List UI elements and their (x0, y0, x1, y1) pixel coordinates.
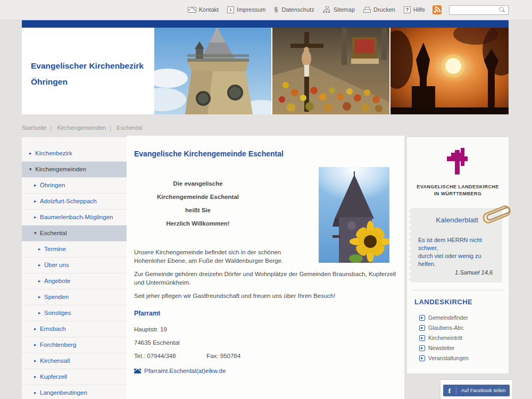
paragraph: Zur Gemeinde gehören dreizehn Dörfer und… (134, 270, 397, 287)
printer-icon (363, 7, 371, 13)
logo-line-2: IN WÜRTTEMBERG (411, 190, 504, 197)
landeskirche-link[interactable]: Kircheneintritt (419, 335, 509, 341)
landeskirche-cross-icon (446, 148, 470, 177)
welcome-line: heißt Sie (134, 204, 262, 217)
tel-fax-line: Tel.: 07944/348 Fax: 950784 (134, 352, 397, 360)
pfarramt-block: Pfarramt Hauptstr. 19 74635 Eschental Te… (134, 310, 397, 374)
chevron-icon (34, 389, 40, 397)
kalenderblatt-quote: Es ist dem HERRN nicht schwer, durch vie… (418, 236, 496, 268)
site-header: Evangelischer Kirchenbezirk Öhringen (22, 28, 509, 114)
chevron-icon (34, 213, 40, 221)
sidebar-item[interactable]: Termine (22, 241, 127, 257)
rss-icon[interactable] (433, 5, 442, 14)
chevron-icon (34, 357, 40, 365)
utility-link[interactable]: Kontakt (188, 6, 219, 13)
welcome-block: Die evangelischeKirchengemeinde Eschenta… (134, 177, 262, 230)
city-line: 74635 Eschental (134, 339, 397, 346)
landeskirche-heading: LANDESKIRCHE (414, 298, 509, 306)
sidebar-item[interactable]: Kirchenbezirk (22, 146, 127, 161)
landeskirche-link[interactable]: Glaubens-Abc (419, 325, 509, 331)
sitemap-icon (323, 6, 331, 13)
play-icon (419, 335, 425, 341)
landeskirche-logo-text: EVANGELISCHE LANDESKIRCHE IN WÜRTTEMBERG (411, 184, 504, 197)
sidebar-item[interactable]: Über uns (22, 257, 127, 273)
facebook-share-label: Auf Facebook teilen (456, 388, 505, 393)
sidebar-item[interactable]: Öhringen (22, 177, 127, 193)
kalenderblatt-source: 1.Samuel 14,6 (418, 269, 496, 276)
sidebar-item[interactable]: Spenden (22, 289, 127, 305)
welcome-line: Kirchengemeinde Eschental (134, 190, 262, 204)
site-title-area: Evangelischer Kirchenbezirk Öhringen (22, 28, 154, 114)
sidebar-item[interactable]: Sonstiges (22, 305, 127, 321)
info-icon (227, 6, 234, 13)
torn-edge-decoration (408, 208, 412, 282)
divider (412, 290, 503, 290)
header-photo-church-tower (154, 28, 271, 114)
landeskirche-link[interactable]: Gemeindefinder (419, 314, 509, 321)
email-line: Pfarramt.Eschental(at)elkw.de (134, 368, 397, 374)
question-icon (404, 6, 411, 13)
welcome-line: Herzlich Willkommen! (134, 217, 262, 230)
header-photo-church-interior (271, 28, 389, 114)
fax: Fax: 950784 (206, 353, 240, 359)
sidebar-item[interactable]: Forchtenberg (22, 337, 127, 353)
landeskirche-links: LANDESKIRCHE Gemeindefinder Glaubens-Abc (407, 298, 509, 361)
sidebar-item[interactable]: Ernsbach (22, 321, 127, 337)
utility-link[interactable]: Drucken (363, 6, 395, 13)
chevron-icon (34, 181, 40, 189)
street-line: Hauptstr. 19 (134, 326, 397, 333)
envelope-icon (188, 7, 196, 13)
kalenderblatt-widget: Kalenderblatt Es ist dem HERRN nicht sch… (409, 208, 502, 282)
sidebar-item[interactable]: Eschental (22, 225, 127, 241)
breadcrumb-link[interactable]: Eschental (117, 124, 142, 131)
telephone: Tel.: 07944/348 (134, 352, 205, 360)
utility-link[interactable]: Hilfe (404, 6, 425, 13)
chevron-icon (34, 325, 40, 333)
breadcrumb-separator: | (50, 124, 52, 131)
landeskirche-link[interactable]: Newsletter (419, 345, 509, 351)
search-box (449, 5, 509, 14)
sidebar-item[interactable]: Adolzfurt-Scheppach (22, 193, 127, 209)
facebook-icon (443, 387, 456, 394)
breadcrumb-link[interactable]: Kirchengemeinden (57, 124, 106, 131)
chevron-icon (29, 165, 35, 173)
sidebar-item[interactable]: Langenbeutingen (22, 385, 127, 399)
landeskirche-logo[interactable]: EVANGELISCHE LANDESKIRCHE IN WÜRTTEMBERG (407, 137, 509, 206)
pfarramt-heading: Pfarramt (134, 310, 397, 317)
site-title: Evangelischer Kirchenbezirk Öhringen (31, 58, 144, 90)
chevron-icon (29, 149, 35, 157)
right-sidebar: EVANGELISCHE LANDESKIRCHE IN WÜRTTEMBERG… (407, 137, 509, 373)
header-blue-bar (22, 20, 509, 28)
utility-link[interactable]: Datenschutz (275, 6, 314, 13)
facebook-share-button[interactable]: Auf Facebook teilen (443, 385, 510, 396)
play-icon (419, 325, 425, 331)
sidebar-item[interactable]: Kirchengemeinden (22, 161, 127, 177)
utility-link[interactable]: Impressum (227, 6, 265, 13)
sidebar-item[interactable]: Baumerlenbach-Möglingen (22, 209, 127, 225)
play-icon (419, 315, 425, 321)
sidebar-item[interactable]: Kupferzell (22, 369, 127, 385)
chevron-icon (34, 373, 40, 381)
sidebar-item[interactable]: Kirchensall (22, 353, 127, 369)
breadcrumb-link[interactable]: Startseite (22, 124, 46, 131)
play-icon (419, 355, 425, 361)
breadcrumb-separator: | (110, 124, 111, 131)
chevron-icon (34, 341, 40, 349)
search-icon[interactable] (499, 7, 504, 12)
chevron-icon (38, 245, 44, 253)
welcome-line: Die evangelische (134, 177, 262, 190)
quote-line-2: durch viel oder wenig zu helfen. (418, 252, 496, 268)
header-photo-sunset-churches (389, 28, 509, 114)
email-link[interactable]: Pfarramt.Eschental(at)elkw.de (144, 368, 226, 374)
page: Kontakt Impressum Datenschutz Sitemap (0, 0, 532, 399)
utility-link[interactable]: Sitemap (323, 6, 355, 13)
play-icon (419, 345, 425, 351)
sidebar-nav: Kirchenbezirk Kirchengemeinden Öhringen … (22, 137, 127, 399)
main-content: Evangelische Kirchengemeinde Eschental (127, 136, 404, 399)
sidebar-item[interactable]: Angebote (22, 273, 127, 289)
email-icon (134, 369, 141, 373)
church-sunflower-photo (319, 167, 389, 263)
paragraph: Seit jeher pflegen wir Gastfreundschaft … (134, 292, 397, 300)
landeskirche-link[interactable]: Veranstaltungen (419, 355, 509, 361)
page-title: Evangelische Kirchengemeinde Eschental (134, 149, 397, 158)
